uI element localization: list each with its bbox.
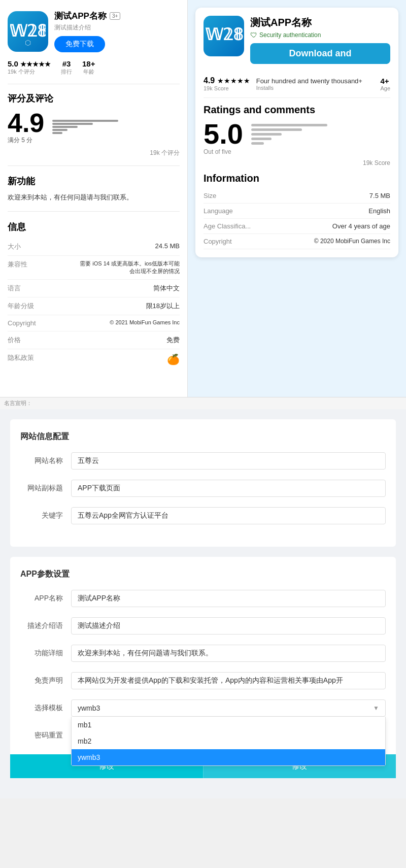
rating-score: 5.0 ★★★★★ (8, 59, 51, 68)
info-title: 信息 (8, 221, 180, 233)
site-subtitle-label: 网站副标题 (20, 484, 71, 493)
app-header: 𝕎𝟚𝟠 ⬡ 测试APP名称 3+ 测试描述介绍 免费下载 (8, 10, 180, 52)
right-app-info: 测试APP名称 🛡 Security authentication Downlo… (250, 16, 390, 64)
desc-input[interactable] (71, 617, 386, 635)
download-button[interactable]: 免费下载 (54, 36, 105, 52)
rank-item: #3 排行 (61, 59, 72, 76)
app-icon: 𝕎𝟚𝟠 ⬡ (8, 11, 48, 52)
app-info: 测试APP名称 3+ 测试描述介绍 免费下载 (54, 10, 180, 52)
app-name-label: APP名称 (20, 594, 71, 603)
template-selected-value: ywmb3 (78, 704, 100, 712)
review-count: 19k 个评分 (8, 149, 180, 157)
right-app-name: 测试APP名称 (250, 16, 390, 29)
disclaimer-row: 免责声明 (20, 672, 386, 689)
feature-input[interactable] (71, 645, 386, 662)
site-name-input[interactable] (71, 452, 386, 470)
disclaimer-label: 免责声明 (20, 676, 71, 685)
new-features-content: 欢迎来到本站，有任何问题请与我们联系。 (8, 192, 180, 203)
info-row-price: 价格 免费 (8, 331, 180, 349)
info-row-size: 大小 24.5 MB (8, 238, 180, 256)
rating-row: 5.0 ★★★★★ 19k 个评分 #3 排行 18+ 年龄 (8, 59, 180, 84)
rating-sub: 19k 个评分 (8, 68, 51, 76)
right-rating-score: 4.9 (204, 76, 215, 85)
svg-text:𝕎𝟚𝟠: 𝕎𝟚𝟠 (205, 25, 243, 44)
right-installs-label: Installs (256, 85, 375, 91)
app-config-card: APP参数设置 APP名称 描述介绍语 功能详细 免责声明 选择模板 ywmb3… (10, 557, 396, 778)
info-section: 信息 大小 24.5 MB 兼容性 需要 iOS 14 或更高版本。ios低版本… (8, 221, 180, 378)
reset-label: 密码重置 (20, 731, 71, 740)
app-config-title: APP参数设置 (20, 569, 386, 580)
age-label: 年龄 (82, 68, 95, 76)
keywords-input[interactable] (71, 507, 386, 524)
right-age-block: 4+ Age (380, 77, 390, 91)
right-inner: 𝕎𝟚𝟠 测试APP名称 🛡 Security authentication Do… (195, 8, 398, 257)
security-badge: 🛡 Security authentication (250, 31, 390, 39)
age-item: 18+ 年龄 (82, 59, 95, 76)
template-option-mb2[interactable]: mb2 (72, 733, 385, 749)
right-ratings-section: Ratings and comments 5.0 Out of five 19k (204, 104, 390, 166)
info-row-compat: 兼容性 需要 iOS 14 或更高版本。ios低版本可能会出现不全屏的情况 (8, 256, 180, 280)
keywords-label: 关键字 (20, 511, 71, 520)
template-select-wrapper: ywmb3 ▼ mb1 mb2 ywmb3 (71, 699, 386, 717)
right-panel: 𝕎𝟚𝟠 测试APP名称 🛡 Security authentication Do… (188, 0, 406, 397)
right-info-section: Information Size 7.5 MB Language English… (204, 173, 390, 249)
new-features-title: 新功能 (8, 175, 180, 187)
security-text: Security authentication (259, 31, 321, 39)
right-info-title: Information (204, 173, 390, 184)
template-row: 选择模板 ywmb3 ▼ mb1 mb2 ywmb3 (20, 699, 386, 717)
rank-value: #3 (61, 59, 72, 68)
new-features-section: 新功能 欢迎来到本站，有任何问题请与我们联系。 (8, 175, 180, 212)
template-option-mb1[interactable]: mb1 (72, 717, 385, 733)
right-installs-block: Four hundred and twenty thousand+ Instal… (256, 77, 375, 91)
right-score-label: 19k Score (204, 85, 250, 91)
star-bars (52, 120, 180, 135)
notice-text: 名言宣明： (4, 400, 32, 406)
template-dropdown: mb1 mb2 ywmb3 (71, 717, 386, 766)
right-stats-row: 4.9 ★★★★★ 19k Score Four hundred and twe… (204, 70, 390, 98)
site-name-row: 网站名称 (20, 452, 386, 470)
notice-bar: 名言宣明： (0, 397, 406, 409)
site-name-label: 网站名称 (20, 456, 71, 465)
chevron-down-icon: ▼ (373, 705, 379, 712)
site-config-card: 网站信息配置 网站名称 网站副标题 关键字 (10, 419, 396, 547)
ratings-detail: 4.9 满分 5 分 (8, 110, 180, 145)
right-info-size: Size 7.5 MB (204, 188, 390, 204)
right-installs-value: Four hundred and twenty thousand+ (256, 77, 375, 85)
rank-sub: 排行 (61, 68, 72, 76)
template-option-ywmb3[interactable]: ywmb3 (72, 749, 385, 765)
ratings-title: 评分及评论 (8, 92, 180, 105)
site-subtitle-row: 网站副标题 (20, 480, 386, 497)
right-info-lang: Language English (204, 204, 390, 219)
site-config-title: 网站信息配置 (20, 431, 386, 442)
right-big-score: 5.0 (204, 120, 243, 148)
right-ratings-detail: 5.0 Out of five (204, 120, 390, 155)
keywords-row: 关键字 (20, 507, 386, 524)
big-score: 4.9 (8, 110, 44, 136)
right-age-value: 4+ (380, 77, 390, 85)
desc-row: 描述介绍语 (20, 617, 386, 635)
right-app-icon: 𝕎𝟚𝟠 (204, 16, 244, 56)
right-download-button[interactable]: Download and (250, 43, 390, 64)
feature-row: 功能详细 (20, 645, 386, 662)
right-info-copyright: Copyright © 2020 MobiFun Games Inc (204, 234, 390, 249)
right-stars: ★★★★★ (217, 77, 250, 85)
right-score-block: 4.9 ★★★★★ 19k Score (204, 76, 250, 91)
app-name-row: APP名称 (20, 590, 386, 607)
disclaimer-input[interactable] (71, 672, 386, 689)
info-row-copyright: Copyright © 2021 MobiFun Games Inc (8, 315, 180, 331)
left-panel: 𝕎𝟚𝟠 ⬡ 测试APP名称 3+ 测试描述介绍 免费下载 5.0 ★★★★★ 1… (0, 0, 188, 397)
info-row-privacy: 隐私政策 🍊 (8, 349, 180, 370)
right-ratings-title: Ratings and comments (204, 104, 390, 116)
right-age-label: Age (380, 85, 390, 91)
info-row-lang: 语言 简体中文 (8, 280, 180, 297)
template-select-display[interactable]: ywmb3 ▼ (71, 699, 386, 717)
shield-icon: 🛡 (250, 31, 257, 39)
feature-label: 功能详细 (20, 649, 71, 658)
right-review-count: 19k Score (204, 159, 390, 166)
age-badge: 3+ (110, 12, 120, 20)
site-subtitle-input[interactable] (71, 480, 386, 497)
app-name-input[interactable] (71, 590, 386, 607)
ratings-section: 评分及评论 4.9 满分 5 分 19k 个评分 (8, 92, 180, 166)
config-section: 网站信息配置 网站名称 网站副标题 关键字 APP参数设置 APP名称 描述介绍… (0, 409, 406, 798)
app-name: 测试APP名称 (54, 10, 107, 22)
